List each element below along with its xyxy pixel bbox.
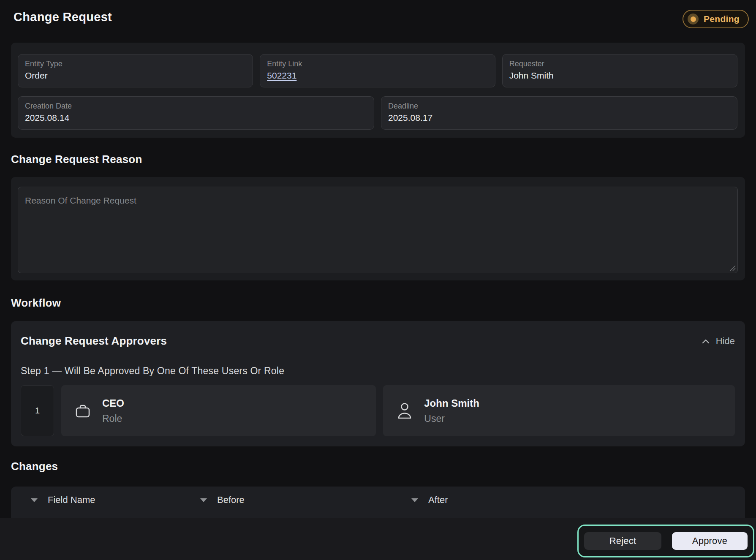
workflow-section-heading: Workflow <box>11 296 756 310</box>
reason-textarea[interactable] <box>18 187 738 273</box>
requester-field: Requester John Smith <box>502 54 737 87</box>
reason-section-heading: Change Request Reason <box>11 153 756 166</box>
creation-date-value: 2025.08.14 <box>25 112 367 124</box>
action-button-group: Reject Approve <box>577 525 754 557</box>
entity-link-field: Entity Link 502231 <box>260 54 495 87</box>
deadline-label: Deadline <box>388 101 730 111</box>
creation-date-label: Creation Date <box>25 101 367 111</box>
approver-card-user: John Smith User <box>383 385 735 436</box>
change-request-page: Change Request Pending Entity Type Order… <box>0 0 756 560</box>
fields-row-1: Entity Type Order Entity Link 502231 Req… <box>18 54 737 87</box>
page-title: Change Request <box>14 10 742 24</box>
fields-row-2: Creation Date 2025.08.14 Deadline 2025.0… <box>18 96 737 130</box>
reason-card <box>11 177 745 280</box>
requester-label: Requester <box>509 59 730 68</box>
requester-value: John Smith <box>509 70 730 82</box>
approver-kind: Role <box>102 413 124 424</box>
approver-name: CEO <box>102 397 124 409</box>
deadline-value: 2025.08.17 <box>388 112 730 124</box>
column-dropdown-icon <box>200 498 207 502</box>
column-dropdown-icon <box>31 498 38 502</box>
approver-name: John Smith <box>424 397 479 409</box>
approve-button[interactable]: Approve <box>672 532 748 550</box>
approver-kind: User <box>424 413 479 424</box>
step-row: 1 CEO Role <box>21 385 735 436</box>
resize-handle-icon[interactable] <box>729 264 736 271</box>
column-header-field-name[interactable]: Field Name <box>11 495 180 506</box>
approver-card-role: CEO Role <box>61 385 376 436</box>
step-description: Step 1 — Will Be Approved By One Of Thes… <box>21 365 735 377</box>
entity-link-value[interactable]: 502231 <box>267 70 296 82</box>
creation-date-field: Creation Date 2025.08.14 <box>18 96 374 130</box>
entity-type-label: Entity Type <box>25 59 246 68</box>
approvers-card-title: Change Request Approvers <box>21 334 167 348</box>
entity-type-field: Entity Type Order <box>18 54 253 87</box>
hide-button-label: Hide <box>716 336 735 347</box>
step-number-box: 1 <box>21 385 54 436</box>
column-label: Before <box>217 495 245 506</box>
changes-section-heading: Changes <box>11 460 756 473</box>
column-header-before[interactable]: Before <box>180 495 392 506</box>
approver-user-text: John Smith User <box>424 397 479 424</box>
page-header: Change Request Pending <box>0 0 756 34</box>
workflow-card: Change Request Approvers Hide Step 1 — W… <box>11 321 745 446</box>
table-header-row: Field Name Before After <box>11 495 745 506</box>
deadline-field: Deadline 2025.08.17 <box>381 96 737 130</box>
entity-type-value: Order <box>25 70 246 82</box>
reject-button[interactable]: Reject <box>584 532 661 550</box>
column-dropdown-icon <box>411 498 418 502</box>
action-footer: Reject Approve <box>0 518 756 560</box>
pending-dot-icon <box>688 14 699 24</box>
status-badge: Pending <box>683 10 749 28</box>
hide-approvers-button[interactable]: Hide <box>702 336 735 347</box>
user-icon <box>396 401 413 421</box>
approver-role-text: CEO Role <box>102 397 124 424</box>
chevron-up-icon <box>702 338 710 344</box>
column-label: Field Name <box>48 495 95 506</box>
workflow-card-header: Change Request Approvers Hide <box>21 334 735 348</box>
entity-link-label: Entity Link <box>267 59 488 68</box>
status-badge-label: Pending <box>704 14 740 24</box>
request-fields-card: Entity Type Order Entity Link 502231 Req… <box>11 43 745 138</box>
column-label: After <box>428 495 448 506</box>
briefcase-icon <box>74 402 91 419</box>
column-header-after[interactable]: After <box>392 495 745 506</box>
